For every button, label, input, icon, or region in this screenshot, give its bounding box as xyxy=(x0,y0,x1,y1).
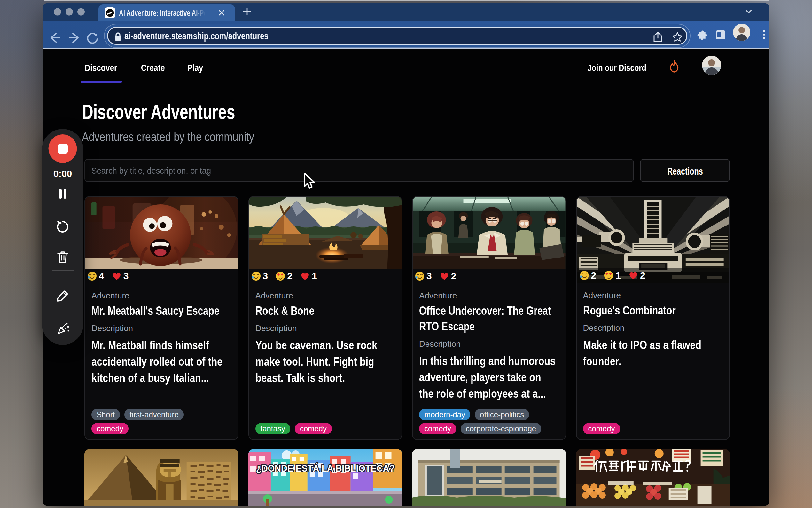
svg-text:¿DONDE ESTÁ LA BIBLIOTECA?: ¿DONDE ESTÁ LA BIBLIOTECA? xyxy=(256,463,394,473)
